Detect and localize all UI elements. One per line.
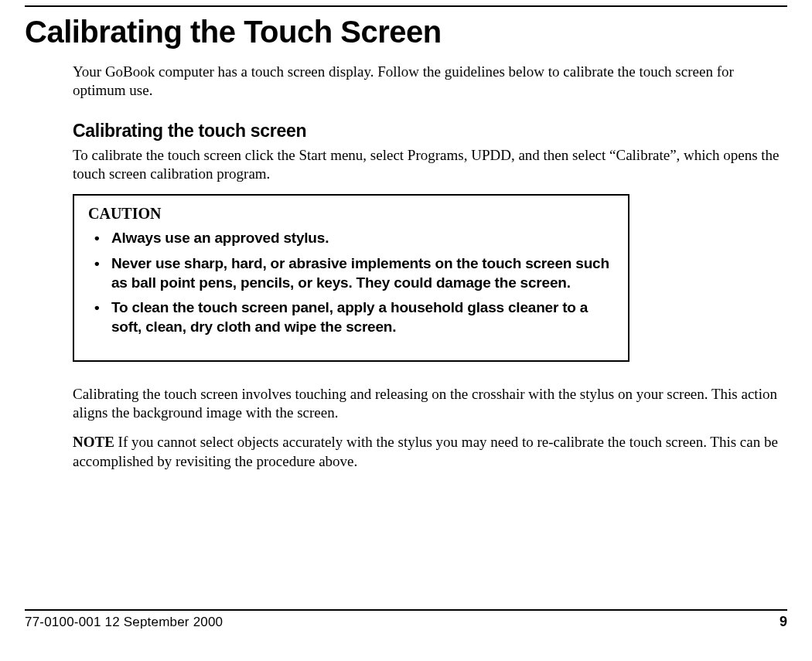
note-text: If you cannot select objects accurately … (73, 434, 778, 468)
caution-list: Always use an approved stylus. Never use… (88, 229, 614, 336)
caution-item: To clean the touch screen panel, apply a… (94, 298, 614, 336)
caution-item: Never use sharp, hard, or abrasive imple… (94, 254, 614, 292)
explain-paragraph: Calibrating the touch screen involves to… (73, 385, 781, 423)
doc-info: 77-0100-001 12 September 2000 (25, 615, 223, 630)
caution-title: CAUTION (88, 205, 614, 223)
page-number: 9 (780, 614, 787, 630)
note-paragraph: NOTE If you cannot select objects accura… (73, 433, 781, 471)
page-footer: 77-0100-001 12 September 2000 9 (25, 609, 787, 630)
caution-box: CAUTION Always use an approved stylus. N… (73, 194, 629, 361)
footer-rule (25, 609, 787, 611)
howto-paragraph: To calibrate the touch screen click the … (73, 146, 781, 184)
page-title: Calibrating the Touch Screen (25, 15, 787, 49)
footer-row: 77-0100-001 12 September 2000 9 (25, 614, 787, 630)
top-rule (25, 5, 787, 7)
subheading: Calibrating the touch screen (73, 121, 781, 141)
caution-item: Always use an approved stylus. (94, 229, 614, 248)
intro-paragraph: Your GoBook computer has a touch screen … (73, 63, 781, 101)
body-content: Your GoBook computer has a touch screen … (73, 63, 781, 471)
note-label: NOTE (73, 434, 114, 450)
page-root: Section 1. Getting Started Calibrating t… (0, 0, 812, 644)
